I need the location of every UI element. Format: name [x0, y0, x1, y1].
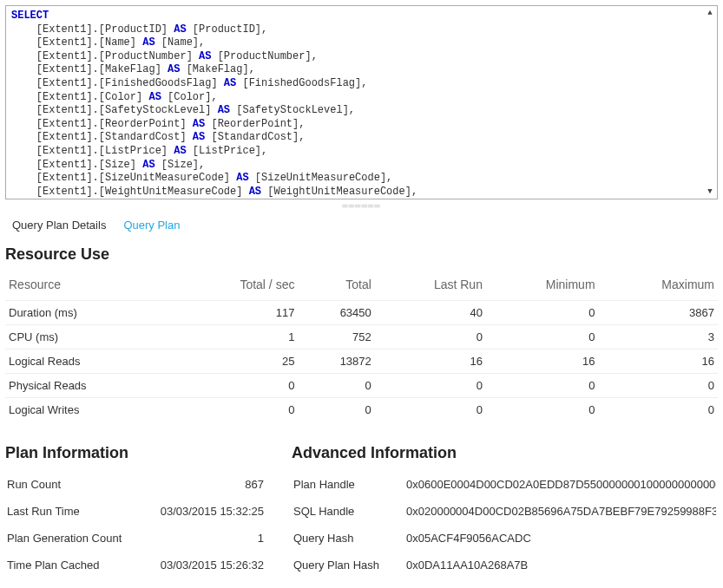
- cell-resource: CPU (ms): [5, 325, 174, 350]
- kv-row: Plan Generation Count 1: [5, 525, 266, 552]
- sql-editor[interactable]: ▲SELECT [Extent1].[ProductID] AS [Produc…: [5, 5, 718, 199]
- sql-line: [Extent1].[SizeUnitMeasureCode] AS [Size…: [11, 172, 392, 184]
- kv-row: Last Run Time 03/03/2015 15:32:25: [5, 498, 266, 525]
- kv-value: 1: [258, 532, 264, 545]
- sql-line: [Extent1].[WeightUnitMeasureCode] AS [We…: [11, 186, 417, 198]
- col-maximum: Maximum: [599, 272, 718, 301]
- cell-value: 0: [375, 398, 486, 422]
- tab-query-plan-details[interactable]: Query Plan Details: [12, 219, 106, 232]
- kv-row: Run Count 867: [5, 471, 266, 498]
- cell-resource: Duration (ms): [5, 301, 174, 325]
- kv-value: 0x020000004D00CD02B85696A75DA7BEBF79E792…: [406, 505, 716, 518]
- sql-line: [Extent1].[StandardCost] AS [StandardCos…: [11, 131, 305, 143]
- cell-value: 0: [375, 325, 486, 350]
- kv-value: 867: [245, 478, 264, 491]
- kv-row: SQL Handle 0x020000004D00CD02B85696A75DA…: [292, 498, 718, 525]
- resource-table: Resource Total / sec Total Last Run Mini…: [5, 272, 718, 421]
- sql-line: [Extent1].[ProductNumber] AS [ProductNum…: [11, 50, 318, 62]
- kv-key: Query Hash: [293, 532, 398, 545]
- kv-row: Plan Handle 0x0600E0004D00CD02A0EDD87D55…: [292, 471, 718, 498]
- table-row: Duration (ms) 117 63450 40 0 3867: [5, 301, 718, 325]
- cell-value: 63450: [298, 301, 374, 325]
- scroll-up-icon[interactable]: ▲: [703, 6, 717, 20]
- cell-resource: Logical Writes: [5, 398, 174, 422]
- cell-value: 16: [486, 350, 599, 374]
- kv-key: SQL Handle: [293, 505, 398, 518]
- sql-line: [Extent1].[FinishedGoodsFlag] AS [Finish…: [11, 77, 367, 89]
- kv-key: Last Run Time: [7, 505, 80, 518]
- cell-value: 0: [174, 374, 298, 398]
- cell-value: 117: [174, 301, 298, 325]
- cell-resource: Physical Reads: [5, 374, 174, 398]
- col-last-run: Last Run: [375, 272, 486, 301]
- cell-value: 0: [486, 325, 599, 350]
- resize-gripper-icon[interactable]: ══════: [5, 201, 718, 210]
- advanced-information-panel: Advanced Information Plan Handle 0x0600E…: [292, 437, 718, 578]
- kv-key: Time Plan Cached: [7, 559, 99, 572]
- cell-value: 0: [298, 398, 374, 422]
- sql-line: [Extent1].[Weight] AS [Weight],: [11, 199, 230, 199]
- sql-line: [Extent1].[SafetyStockLevel] AS [SafetyS…: [11, 104, 355, 116]
- col-minimum: Minimum: [486, 272, 599, 301]
- sql-line: [Extent1].[MakeFlag] AS [MakeFlag],: [11, 63, 255, 75]
- kv-row: Query Plan Hash 0x0DA11AA10A268A7B: [292, 552, 718, 578]
- cell-value: 0: [375, 374, 486, 398]
- cell-value: 16: [599, 350, 718, 374]
- sql-line: [Extent1].[Name] AS [Name],: [11, 36, 205, 49]
- sql-line: [Extent1].[ReorderPoint] AS [ReorderPoin…: [11, 118, 305, 130]
- table-row: Logical Reads 25 13872 16 16 16: [5, 350, 718, 374]
- kv-value: 0x0DA11AA10A268A7B: [406, 559, 716, 572]
- cell-value: 0: [298, 374, 374, 398]
- cell-value: 3867: [599, 301, 718, 325]
- plan-information-heading: Plan Information: [5, 444, 266, 462]
- cell-value: 0: [486, 374, 599, 398]
- cell-value: 25: [174, 350, 298, 374]
- kv-value: 03/03/2015 15:26:32: [161, 559, 264, 572]
- kv-value: 03/03/2015 15:32:25: [161, 505, 264, 518]
- col-total-sec: Total / sec: [174, 272, 298, 301]
- kv-key: Plan Generation Count: [7, 532, 122, 545]
- sql-line: [Extent1].[Color] AS [Color],: [11, 91, 218, 103]
- sql-line: [Extent1].[ListPrice] AS [ListPrice],: [11, 145, 267, 157]
- cell-value: 3: [599, 325, 718, 350]
- cell-value: 0: [599, 374, 718, 398]
- kv-key: Plan Handle: [293, 478, 398, 491]
- sql-keyword-select: SELECT: [11, 10, 49, 22]
- cell-value: 0: [599, 398, 718, 422]
- kv-row: Query Hash 0x05ACF4F9056ACADC: [292, 525, 718, 552]
- cell-value: 1: [174, 325, 298, 350]
- tab-query-plan[interactable]: Query Plan: [123, 219, 180, 232]
- advanced-information-heading: Advanced Information: [292, 444, 718, 462]
- cell-value: 13872: [298, 350, 374, 374]
- sql-line: [Extent1].[Size] AS [Size],: [11, 159, 205, 171]
- table-row: Logical Writes 0 0 0 0 0: [5, 398, 718, 422]
- plan-information-panel: Plan Information Run Count 867 Last Run …: [5, 437, 266, 578]
- kv-key: Query Plan Hash: [293, 559, 398, 572]
- table-row: CPU (ms) 1 752 0 0 3: [5, 325, 718, 350]
- kv-value: 0x0600E0004D00CD02A0EDD87D55000000010000…: [406, 478, 716, 491]
- sql-line: [Extent1].[ProductID] AS [ProductID],: [11, 23, 267, 36]
- cell-value: 0: [486, 301, 599, 325]
- tabs: Query Plan Details Query Plan: [5, 215, 718, 238]
- cell-value: 0: [486, 398, 599, 422]
- cell-value: 0: [174, 398, 298, 422]
- resource-use-heading: Resource Use: [5, 245, 718, 264]
- cell-value: 16: [375, 350, 486, 374]
- kv-row: Time Plan Cached 03/03/2015 15:26:32: [5, 552, 266, 578]
- kv-key: Run Count: [7, 478, 61, 491]
- kv-value: 0x05ACF4F9056ACADC: [406, 532, 716, 545]
- col-resource: Resource: [5, 272, 174, 301]
- col-total: Total: [298, 272, 374, 301]
- scroll-down-icon[interactable]: ▼: [703, 185, 717, 199]
- table-row: Physical Reads 0 0 0 0 0: [5, 374, 718, 398]
- cell-resource: Logical Reads: [5, 350, 174, 374]
- cell-value: 752: [298, 325, 374, 350]
- cell-value: 40: [375, 301, 486, 325]
